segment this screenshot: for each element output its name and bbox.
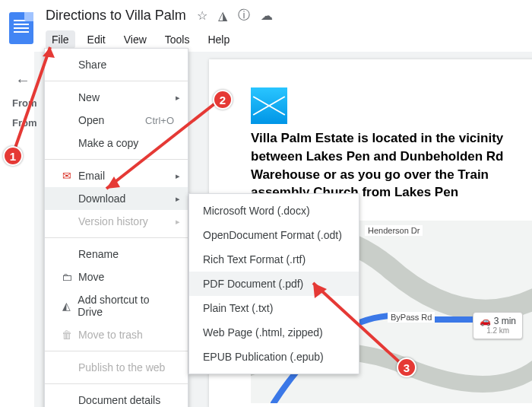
annotation-badge-3: 3 bbox=[397, 358, 416, 377]
status-icon[interactable]: ⓘ bbox=[238, 8, 250, 24]
file-menu-add-shortcut[interactable]: ◭Add shortcut to Drive bbox=[45, 288, 188, 323]
google-docs-icon[interactable] bbox=[9, 12, 33, 44]
titlebar: Directions to Villa Palm ☆ ◮ ⓘ ☁ bbox=[46, 8, 273, 24]
download-txt[interactable]: Plain Text (.txt) bbox=[189, 296, 359, 320]
annotation-badge-2: 2 bbox=[213, 90, 233, 110]
map-duration: 3 min bbox=[494, 316, 516, 326]
file-menu-move[interactable]: 🗀Move bbox=[45, 266, 188, 288]
file-menu-email[interactable]: ✉Email▸ bbox=[45, 164, 188, 187]
drive-icon: ◭ bbox=[59, 300, 74, 312]
cloud-icon[interactable]: ☁ bbox=[261, 8, 273, 23]
outline-heading-2[interactable]: From bbox=[12, 117, 37, 129]
download-html[interactable]: Web Page (.html, zipped) bbox=[189, 320, 359, 345]
annotation-badge-1: 1 bbox=[3, 146, 23, 166]
file-menu-version-history[interactable]: Version history▸ bbox=[45, 210, 188, 233]
map-distance: 1.2 km bbox=[480, 326, 516, 335]
outline-back-icon[interactable]: ← bbox=[15, 72, 30, 89]
menu-edit[interactable]: Edit bbox=[81, 30, 112, 49]
file-menu-publish[interactable]: Publish to the web bbox=[45, 356, 188, 379]
document-paragraph: Villa Palm Estate is located in the vici… bbox=[251, 129, 532, 202]
outline-heading-1[interactable]: From bbox=[12, 97, 37, 109]
file-menu-dropdown: Share New▸ OpenCtrl+O Make a copy ✉Email… bbox=[44, 48, 188, 407]
star-icon[interactable]: ☆ bbox=[197, 8, 207, 23]
file-menu-rename[interactable]: Rename bbox=[45, 243, 188, 266]
menu-tools[interactable]: Tools bbox=[159, 30, 196, 49]
windowsclub-logo bbox=[251, 87, 287, 124]
trash-icon: 🗑 bbox=[59, 329, 75, 341]
file-menu-make-copy[interactable]: Make a copy bbox=[45, 132, 188, 154]
download-docx[interactable]: Microsoft Word (.docx) bbox=[189, 199, 359, 223]
menubar: File Edit View Tools Help bbox=[46, 30, 236, 49]
menu-view[interactable]: View bbox=[118, 30, 153, 49]
file-menu-open[interactable]: OpenCtrl+O bbox=[45, 109, 188, 132]
move-icon[interactable]: ◮ bbox=[218, 8, 227, 23]
map-road-label-2: ByPass Rd bbox=[388, 312, 435, 323]
file-menu-document-details[interactable]: Document details bbox=[45, 389, 188, 407]
map-route-badge: 🚗 3 min 1.2 km bbox=[473, 312, 523, 339]
menu-help[interactable]: Help bbox=[201, 30, 236, 49]
file-menu-share[interactable]: Share bbox=[45, 53, 188, 76]
file-menu-download[interactable]: Download▸ bbox=[45, 187, 188, 210]
menu-file[interactable]: File bbox=[46, 30, 75, 49]
download-pdf[interactable]: PDF Document (.pdf) bbox=[189, 272, 359, 296]
file-menu-trash[interactable]: 🗑Move to trash bbox=[45, 323, 188, 346]
document-title[interactable]: Directions to Villa Palm bbox=[46, 8, 186, 24]
gmail-icon: ✉ bbox=[59, 170, 75, 182]
file-menu-new[interactable]: New▸ bbox=[45, 86, 188, 109]
download-odt[interactable]: OpenDocument Format (.odt) bbox=[189, 223, 359, 247]
download-epub[interactable]: EPUB Publication (.epub) bbox=[189, 345, 359, 369]
folder-icon: 🗀 bbox=[59, 271, 75, 283]
download-submenu: Microsoft Word (.docx) OpenDocument Form… bbox=[188, 193, 359, 374]
map-road-label-1: Henderson Dr bbox=[365, 225, 423, 236]
download-rtf[interactable]: Rich Text Format (.rtf) bbox=[189, 247, 359, 272]
